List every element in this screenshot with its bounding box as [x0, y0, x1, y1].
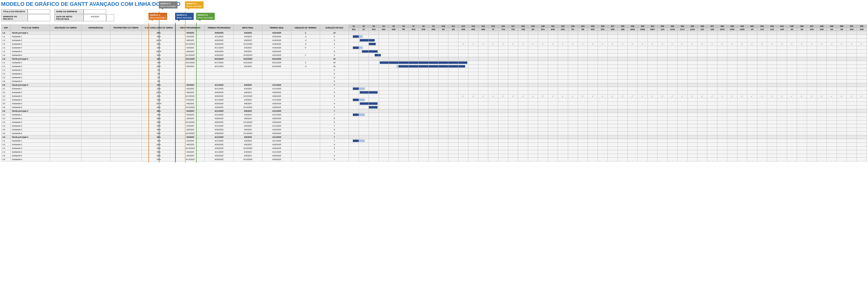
gantt-cell[interactable]	[747, 68, 757, 72]
gantt-cell[interactable]	[807, 46, 817, 50]
gantt-cell[interactable]	[777, 135, 787, 139]
gantt-cell[interactable]	[498, 50, 508, 54]
gantt-cell[interactable]	[389, 76, 398, 79]
gantt-cell[interactable]	[707, 46, 717, 50]
gantt-cell[interactable]	[608, 65, 618, 68]
cell[interactable]	[234, 76, 262, 79]
gantt-cell[interactable]	[508, 76, 518, 79]
gantt-cell[interactable]	[827, 102, 837, 106]
cell[interactable]	[50, 50, 82, 54]
gantt-cell[interactable]	[448, 50, 458, 54]
cell[interactable]: Subtarefa 4	[11, 150, 50, 154]
cell[interactable]	[50, 128, 82, 132]
gantt-cell[interactable]	[359, 132, 369, 135]
gantt-cell[interactable]	[707, 124, 717, 128]
gantt-cell[interactable]	[518, 35, 528, 39]
gantt-cell[interactable]	[717, 158, 727, 161]
gantt-cell[interactable]	[468, 158, 478, 161]
cell[interactable]	[82, 146, 110, 150]
gantt-cell[interactable]	[638, 50, 647, 54]
gantt-cell[interactable]	[359, 109, 369, 113]
gantt-cell[interactable]	[478, 87, 488, 91]
gantt-cell[interactable]	[399, 68, 408, 72]
gantt-cell[interactable]	[359, 128, 369, 132]
gantt-cell[interactable]	[698, 102, 707, 106]
gantt-cell[interactable]	[668, 113, 677, 117]
gantt-cell[interactable]	[598, 124, 608, 128]
gantt-cell[interactable]	[538, 87, 548, 91]
gantt-cell[interactable]	[638, 124, 647, 128]
cell[interactable]: 2.1	[1, 61, 11, 65]
gantt-cell[interactable]	[747, 124, 757, 128]
gantt-cell[interactable]	[578, 46, 588, 50]
gantt-cell[interactable]	[558, 113, 568, 117]
gantt-cell[interactable]	[438, 91, 448, 94]
gantt-cell[interactable]	[787, 143, 797, 146]
gantt-cell[interactable]	[698, 109, 707, 113]
gantt-cell[interactable]	[438, 113, 448, 117]
gantt-cell[interactable]	[837, 154, 846, 158]
gantt-cell[interactable]: ✓	[737, 42, 747, 46]
gantt-cell[interactable]	[389, 31, 398, 35]
cell[interactable]	[291, 72, 320, 76]
gantt-cell[interactable]	[379, 91, 389, 94]
gantt-cell[interactable]	[717, 79, 727, 83]
gantt-cell[interactable]	[369, 42, 379, 46]
gantt-cell[interactable]	[558, 121, 568, 124]
gantt-cell[interactable]	[847, 132, 857, 135]
cell[interactable]: 4/20/2025	[262, 143, 291, 146]
gantt-cell[interactable]	[747, 106, 757, 109]
gantt-cell[interactable]	[757, 61, 767, 65]
gantt-cell[interactable]	[827, 124, 837, 128]
gantt-cell[interactable]	[737, 117, 747, 121]
gantt-cell[interactable]	[538, 146, 548, 150]
gantt-cell[interactable]	[408, 76, 418, 79]
gantt-cell[interactable]	[638, 31, 647, 35]
gantt-cell[interactable]	[817, 76, 827, 79]
gantt-cell[interactable]	[438, 54, 448, 57]
gantt-cell[interactable]	[737, 54, 747, 57]
gantt-cell[interactable]	[747, 57, 757, 61]
cell[interactable]: 4/11/2025	[262, 135, 291, 139]
cell[interactable]: 4/11/2025	[205, 135, 234, 139]
gantt-cell[interactable]	[657, 124, 668, 128]
gantt-cell[interactable]	[618, 91, 627, 94]
gantt-cell[interactable]: ✓	[777, 42, 787, 46]
gantt-cell[interactable]	[618, 50, 627, 54]
table-row[interactable]: 3.3Subtarefa 390%4/13/20254/20/20254/13/…	[1, 94, 867, 98]
gantt-cell[interactable]	[827, 65, 837, 68]
gantt-cell[interactable]	[369, 117, 379, 121]
gantt-cell[interactable]	[598, 158, 608, 161]
cell[interactable]	[82, 158, 110, 161]
cell[interactable]: 4/11/2025	[205, 83, 234, 87]
cell[interactable]: 3.5	[1, 102, 11, 106]
cell[interactable]	[205, 68, 234, 72]
cell[interactable]: 50%	[142, 146, 176, 150]
cell[interactable]: Subtarefa 6	[11, 106, 50, 109]
cell[interactable]	[82, 39, 110, 42]
gantt-cell[interactable]	[827, 72, 837, 76]
gantt-cell[interactable]	[747, 65, 757, 68]
cell[interactable]	[291, 139, 320, 143]
cell[interactable]	[50, 61, 82, 65]
gantt-cell[interactable]	[458, 117, 468, 121]
gantt-cell[interactable]: ✓	[538, 94, 548, 98]
table-row[interactable]: 4.3Subtarefa 350%4/13/20254/20/20254/13/…	[1, 121, 867, 124]
gantt-cell[interactable]	[468, 87, 478, 91]
gantt-cell[interactable]	[727, 132, 737, 135]
gantt-cell[interactable]	[418, 117, 428, 121]
gantt-cell[interactable]	[757, 121, 767, 124]
cell[interactable]	[291, 128, 320, 132]
gantt-cell[interactable]: ✓	[717, 42, 727, 46]
cell[interactable]: Subtarefa 3	[11, 146, 50, 150]
gantt-cell[interactable]	[847, 68, 857, 72]
cell[interactable]: 4/20/2025	[205, 154, 234, 158]
table-row[interactable]: 4.6Subtarefa 650%4/13/20254/20/20254/13/…	[1, 132, 867, 135]
gantt-cell[interactable]	[698, 132, 707, 135]
gantt-cell[interactable]	[598, 121, 608, 124]
gantt-cell[interactable]	[548, 128, 558, 132]
gantt-cell[interactable]	[608, 31, 618, 35]
gantt-cell[interactable]	[568, 124, 578, 128]
gantt-cell[interactable]	[349, 31, 359, 35]
gantt-cell[interactable]	[538, 102, 548, 106]
